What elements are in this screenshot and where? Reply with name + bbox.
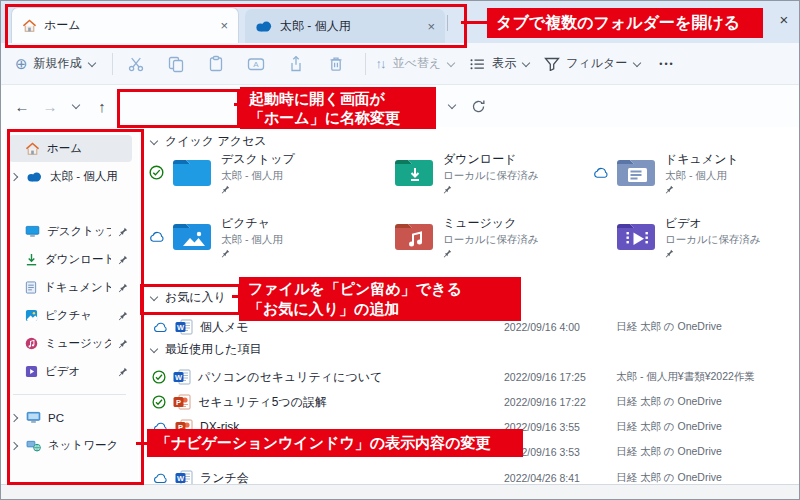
tab-user-folder[interactable]: 太郎 - 個人用 ×	[245, 9, 445, 43]
back-button[interactable]: ←	[9, 85, 35, 127]
sidebar-item-label: 太郎 - 個人用	[50, 169, 132, 184]
network-icon	[26, 439, 41, 452]
file-row[interactable]: W パソコンのセキュリティについて 2022/09/16 17:25 太郎 - …	[138, 365, 793, 389]
tile-subtitle: 太郎 - 個人用	[221, 169, 295, 183]
sidebar-item-videos[interactable]: ビデオ	[9, 358, 132, 385]
chevron-right-icon[interactable]	[11, 442, 19, 450]
paste-button[interactable]	[203, 51, 229, 77]
sort-button[interactable]: ↑↓ 並べ替え	[376, 55, 456, 72]
tile-name: ダウンロード	[443, 151, 539, 168]
cut-button[interactable]	[123, 51, 149, 77]
sidebar-item-home[interactable]: ホーム	[9, 135, 132, 162]
tile-music[interactable]: ミュージック ローカルに保存済み	[370, 215, 592, 258]
chevron-right-icon[interactable]	[11, 414, 19, 422]
filter-button[interactable]: フィルター	[544, 55, 641, 72]
annotation-line: 「お気に入り」の追加	[248, 299, 512, 319]
sidebar-item-documents[interactable]: ドキュメント	[9, 274, 132, 301]
share-button[interactable]	[283, 51, 309, 77]
annotation-line: ファイルを「ピン留め」できる	[248, 279, 512, 299]
tab-label: ホーム	[44, 17, 213, 34]
rename-button[interactable]: A	[243, 51, 269, 77]
tile-downloads[interactable]: ダウンロード ローカルに保存済み	[370, 151, 592, 194]
sync-check-icon	[152, 395, 166, 409]
tab-label: 太郎 - 個人用	[280, 18, 420, 35]
address-dropdown-button[interactable]	[439, 85, 465, 127]
pin-icon	[443, 249, 539, 258]
annotation-home-rename: 起動時に開く画面が 「ホーム」に名称変更	[240, 87, 436, 129]
sidebar-item-label: ピクチャ	[45, 308, 111, 323]
sidebar-divider	[13, 394, 126, 395]
onedrive-cloud-icon	[26, 171, 43, 182]
file-name: パソコンのセキュリティについて	[198, 369, 382, 386]
word-file-icon: W	[173, 369, 191, 385]
sidebar-item-onedrive[interactable]: 太郎 - 個人用	[9, 163, 132, 190]
pictures-icon	[25, 309, 38, 322]
chevron-down-icon[interactable]	[150, 138, 158, 146]
sidebar-item-label: デスクトップ	[47, 224, 111, 239]
delete-button[interactable]	[323, 51, 349, 77]
sidebar-item-pictures[interactable]: ピクチャ	[9, 302, 132, 329]
file-date: 2022/09/16 17:25	[504, 371, 616, 383]
svg-text:P: P	[176, 398, 181, 407]
tile-pictures[interactable]: ピクチャ 太郎 - 個人用	[148, 215, 370, 258]
pin-icon	[221, 185, 295, 194]
folder-pictures-icon	[171, 220, 215, 254]
up-button[interactable]: ↑	[89, 85, 115, 127]
tile-videos[interactable]: ビデオ ローカルに保存済み	[592, 215, 800, 258]
home-icon	[25, 142, 40, 156]
sidebar-item-desktop[interactable]: デスクトップ	[9, 218, 132, 245]
sidebar-item-label: ミュージック	[45, 336, 111, 351]
copy-button[interactable]	[163, 51, 189, 77]
copy-icon	[167, 55, 185, 73]
pin-icon	[443, 185, 539, 194]
tile-name: ミュージック	[443, 215, 539, 232]
pc-icon	[26, 411, 41, 424]
section-label: クイック アクセス	[165, 133, 267, 150]
chevron-down-icon[interactable]	[150, 346, 158, 354]
toolbar-divider	[112, 53, 113, 75]
file-date: 2022/09/16 17:22	[504, 396, 616, 408]
pin-icon	[118, 255, 128, 265]
sidebar-item-music[interactable]: ミュージック	[9, 330, 132, 357]
view-button[interactable]: 表示	[469, 55, 530, 72]
refresh-button[interactable]	[465, 85, 491, 127]
folder-music-icon	[393, 220, 437, 254]
navigation-pane: ホーム 太郎 - 個人用 デスクトップ ダウンロード ドキュメント ピクチャ	[1, 127, 138, 485]
window-close-button[interactable]: ×	[771, 7, 797, 33]
tile-documents[interactable]: ドキュメント 太郎 - 個人用	[592, 151, 800, 194]
sort-button-label: 並べ替え	[393, 55, 442, 72]
quick-access-row: ピクチャ 太郎 - 個人用 ミュージック ローカルに保存済み ビデオ	[148, 215, 800, 258]
tab-home[interactable]: ホーム ×	[11, 7, 239, 43]
chevron-down-icon[interactable]	[150, 294, 158, 302]
tile-name: ドキュメント	[665, 151, 739, 168]
history-dropdown-button[interactable]	[63, 85, 89, 127]
more-options-button[interactable]: •••	[659, 59, 674, 69]
file-date: 2022/04/26 8:41	[504, 472, 616, 484]
onedrive-cloud-icon	[255, 20, 273, 32]
chevron-down-icon	[633, 60, 641, 68]
sidebar-item-downloads[interactable]: ダウンロード	[9, 246, 132, 273]
sidebar-item-network[interactable]: ネットワーク	[9, 432, 132, 459]
forward-button[interactable]: →	[37, 85, 63, 127]
annotation-navigation: 「ナビゲーションウインドウ」の表示内容の変更	[147, 429, 523, 457]
tab-close-icon[interactable]: ×	[427, 19, 435, 34]
file-row[interactable]: P セキュリティ5つの誤解 2022/09/16 17:22 日経 太郎 の O…	[138, 390, 793, 414]
sidebar-item-pc[interactable]: PC	[9, 404, 132, 431]
tab-close-icon[interactable]: ×	[220, 18, 228, 33]
section-quick-access[interactable]: クイック アクセス	[150, 133, 267, 150]
annotation-favorites: ファイルを「ピン留め」できる 「お気に入り」の追加	[239, 277, 521, 321]
tile-desktop[interactable]: デスクトップ 太郎 - 個人用	[148, 151, 370, 194]
new-button[interactable]: ⊕ 新規作成	[15, 55, 96, 73]
file-location: 日経 太郎 の OneDrive	[616, 445, 793, 459]
scissors-icon	[127, 55, 145, 73]
section-favorites[interactable]: お気に入り	[150, 289, 226, 306]
tile-name: ビデオ	[665, 215, 761, 232]
cloud-status-icon	[592, 167, 609, 179]
chevron-right-icon[interactable]	[11, 173, 19, 181]
file-location: 太郎 - 個人用¥書類¥2022作業	[616, 370, 793, 384]
tile-name: ピクチャ	[221, 215, 283, 232]
svg-text:W: W	[177, 323, 185, 332]
folder-downloads-icon	[393, 156, 437, 190]
file-location: 日経 太郎 の OneDrive	[616, 471, 793, 485]
section-recent[interactable]: 最近使用した項目	[150, 341, 262, 358]
